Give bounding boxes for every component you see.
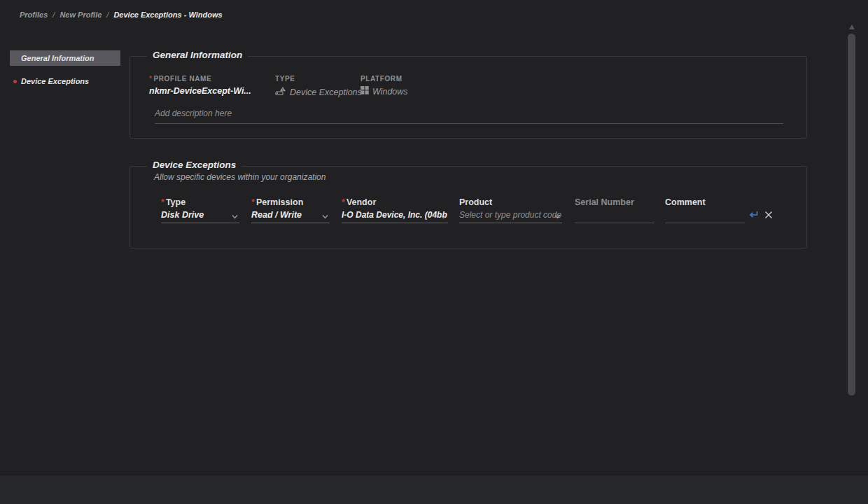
required-marker: * xyxy=(149,75,153,83)
exception-product-select[interactable]: Product Select or type product code xyxy=(459,197,562,223)
breadcrumb-separator: / xyxy=(52,10,55,19)
breadcrumb: Profiles / New Profile / Device Exceptio… xyxy=(20,10,223,19)
required-marker: * xyxy=(342,197,345,207)
scrollbar-up-arrow[interactable] xyxy=(849,24,855,29)
profile-name-field[interactable]: *PROFILE NAME nkmr-DeviceExcept-Wi... xyxy=(149,75,251,96)
panel-title: Device Exceptions xyxy=(147,160,241,170)
exception-permission-value: Read / Write xyxy=(251,210,302,220)
sidebar-item-label: Device Exceptions xyxy=(21,77,89,85)
breadcrumb-new-profile[interactable]: New Profile xyxy=(59,10,102,19)
description-input[interactable]: Add description here xyxy=(155,108,783,124)
chevron-down-icon xyxy=(440,214,447,219)
required-marker: * xyxy=(251,197,255,207)
exception-permission-label: Permission xyxy=(256,197,303,207)
type-label: TYPE xyxy=(275,75,362,83)
chevron-down-icon xyxy=(554,214,561,219)
profile-name-value[interactable]: nkmr-DeviceExcept-Wi... xyxy=(149,86,251,96)
panel-subtitle: Allow specific devices within your organ… xyxy=(154,172,326,182)
exception-serial-number-input[interactable]: Serial Number xyxy=(575,197,654,223)
sidebar-item-device-exceptions[interactable]: Device Exceptions xyxy=(10,74,120,89)
exception-serial-number-value[interactable] xyxy=(575,210,654,223)
breadcrumb-profiles[interactable]: Profiles xyxy=(20,10,48,19)
general-information-panel: General Information *PROFILE NAME nkmr-D… xyxy=(130,56,807,139)
chevron-down-icon xyxy=(322,214,328,219)
panel-title: General Information xyxy=(147,50,248,60)
chevron-down-icon xyxy=(232,214,238,219)
sidebar-item-label: General Information xyxy=(21,54,94,62)
device-exceptions-panel: Device Exceptions Allow specific devices… xyxy=(130,166,807,248)
footer-action-bar: Cancel Create ? xyxy=(0,475,868,504)
breadcrumb-separator: / xyxy=(106,10,108,19)
remove-row-button[interactable] xyxy=(764,209,774,219)
scrollbar-thumb[interactable] xyxy=(848,34,855,396)
exception-vendor-label: Vendor xyxy=(346,197,376,207)
enter-key-icon xyxy=(748,210,758,219)
platform-label: PLATFORM xyxy=(360,75,408,83)
section-nav-sidebar: General Information Device Exceptions xyxy=(10,50,120,89)
exception-permission-select[interactable]: *Permission Read / Write xyxy=(251,197,330,223)
type-value: Device Exceptions xyxy=(290,88,362,97)
breadcrumb-current-page: Device Exceptions - Windows xyxy=(113,10,222,19)
required-marker: * xyxy=(161,197,164,207)
close-icon xyxy=(764,211,773,219)
alert-dot-icon xyxy=(13,80,17,83)
exception-comment-value[interactable] xyxy=(665,210,745,223)
exception-type-label: Type xyxy=(166,197,186,207)
profile-name-label: PROFILE NAME xyxy=(154,75,212,83)
exception-type-value: Disk Drive xyxy=(161,210,204,220)
windows-icon xyxy=(360,86,369,97)
exception-vendor-select[interactable]: *Vendor I-O Data Device, Inc. (04bb xyxy=(342,197,448,223)
exception-serial-number-label: Serial Number xyxy=(575,197,654,207)
exception-comment-input[interactable]: Comment xyxy=(665,197,745,223)
exception-comment-label: Comment xyxy=(665,197,745,207)
profile-type-field: TYPE Device Exceptions xyxy=(275,75,362,98)
profile-platform-field: PLATFORM Windows xyxy=(360,75,408,97)
sidebar-item-general-information[interactable]: General Information xyxy=(10,50,120,66)
exception-type-select[interactable]: *Type Disk Drive xyxy=(161,197,239,223)
exception-product-label: Product xyxy=(459,197,562,207)
exception-product-placeholder: Select or type product code xyxy=(459,210,561,220)
platform-value: Windows xyxy=(372,87,408,97)
confirm-row-button[interactable] xyxy=(748,209,758,219)
exception-vendor-value: I-O Data Device, Inc. (04bb xyxy=(342,210,447,220)
device-exception-icon xyxy=(275,86,286,98)
